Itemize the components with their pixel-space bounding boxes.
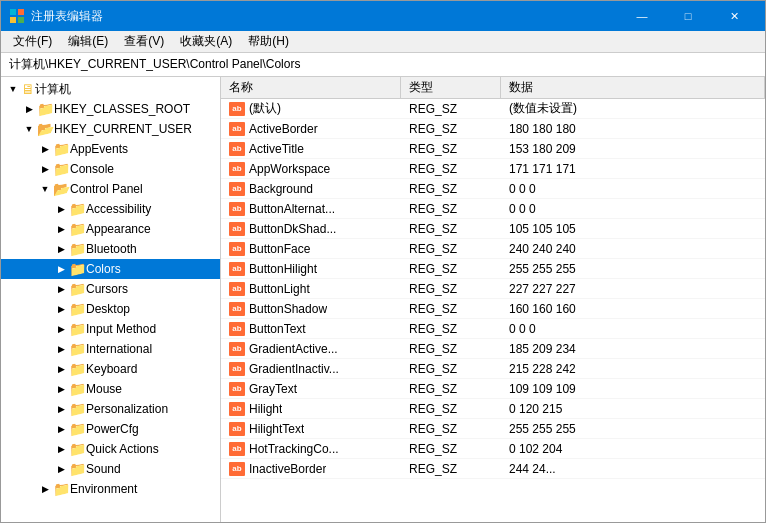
folder-icon-personalization: 📁	[69, 401, 86, 417]
cell-name-text: GradientActive...	[249, 342, 338, 356]
table-row[interactable]: abButtonTextREG_SZ0 0 0	[221, 319, 765, 339]
col-header-type[interactable]: 类型	[401, 77, 501, 98]
expand-mouse[interactable]: ▶	[53, 381, 69, 397]
table-row[interactable]: abHilightTextREG_SZ255 255 255	[221, 419, 765, 439]
table-row[interactable]: abInactiveBorderREG_SZ244 24...	[221, 459, 765, 479]
cell-data: 185 209 234	[501, 342, 765, 356]
expand-powercfg[interactable]: ▶	[53, 421, 69, 437]
cell-data: 0 120 215	[501, 402, 765, 416]
table-row[interactable]: abActiveTitleREG_SZ153 180 209	[221, 139, 765, 159]
expand-sound[interactable]: ▶	[53, 461, 69, 477]
table-row[interactable]: abButtonDkShad...REG_SZ105 105 105	[221, 219, 765, 239]
menu-edit[interactable]: 编辑(E)	[60, 31, 116, 52]
expand-appearance[interactable]: ▶	[53, 221, 69, 237]
cell-type: REG_SZ	[401, 122, 501, 136]
tree-item-powercfg[interactable]: ▶ 📁 PowerCfg	[1, 419, 220, 439]
tree-item-keyboard[interactable]: ▶ 📁 Keyboard	[1, 359, 220, 379]
tree-item-mouse[interactable]: ▶ 📁 Mouse	[1, 379, 220, 399]
tree-item-hkey-current-user[interactable]: ▼ 📂 HKEY_CURRENT_USER	[1, 119, 220, 139]
table-row[interactable]: abButtonHilightREG_SZ255 255 255	[221, 259, 765, 279]
expand-keyboard[interactable]: ▶	[53, 361, 69, 377]
expand-console[interactable]: ▶	[37, 161, 53, 177]
expand-desktop[interactable]: ▶	[53, 301, 69, 317]
table-row[interactable]: abButtonAlternat...REG_SZ0 0 0	[221, 199, 765, 219]
close-button[interactable]: ✕	[711, 1, 757, 31]
reg-icon: ab	[229, 242, 245, 256]
title-bar: 注册表编辑器 — □ ✕	[1, 1, 765, 31]
tree-item-environment[interactable]: ▶ 📁 Environment	[1, 479, 220, 499]
svg-rect-2	[10, 17, 16, 23]
cell-name-text: HotTrackingCo...	[249, 442, 339, 456]
tree-item-computer[interactable]: ▼ 🖥 计算机	[1, 79, 220, 99]
cell-data: 244 24...	[501, 462, 765, 476]
tree-item-desktop[interactable]: ▶ 📁 Desktop	[1, 299, 220, 319]
table-row[interactable]: abHilightREG_SZ0 120 215	[221, 399, 765, 419]
tree-item-accessibility[interactable]: ▶ 📁 Accessibility	[1, 199, 220, 219]
maximize-button[interactable]: □	[665, 1, 711, 31]
table-row[interactable]: abHotTrackingCo...REG_SZ0 102 204	[221, 439, 765, 459]
tree-item-cursors[interactable]: ▶ 📁 Cursors	[1, 279, 220, 299]
minimize-button[interactable]: —	[619, 1, 665, 31]
tree-item-bluetooth[interactable]: ▶ 📁 Bluetooth	[1, 239, 220, 259]
tree-item-hkey-classes-root[interactable]: ▶ 📁 HKEY_CLASSES_ROOT	[1, 99, 220, 119]
table-row[interactable]: abButtonShadowREG_SZ160 160 160	[221, 299, 765, 319]
expand-colors[interactable]: ▶	[53, 261, 69, 277]
table-row[interactable]: abAppWorkspaceREG_SZ171 171 171	[221, 159, 765, 179]
menu-view[interactable]: 查看(V)	[116, 31, 172, 52]
table-row[interactable]: abButtonFaceREG_SZ240 240 240	[221, 239, 765, 259]
reg-icon: ab	[229, 382, 245, 396]
tree-item-console[interactable]: ▶ 📁 Console	[1, 159, 220, 179]
tree-item-input-method[interactable]: ▶ 📁 Input Method	[1, 319, 220, 339]
registry-editor-window: 注册表编辑器 — □ ✕ 文件(F) 编辑(E) 查看(V) 收藏夹(A) 帮助…	[0, 0, 766, 523]
expand-environment[interactable]: ▶	[37, 481, 53, 497]
tree-item-control-panel[interactable]: ▼ 📂 Control Panel	[1, 179, 220, 199]
expand-cursors[interactable]: ▶	[53, 281, 69, 297]
menu-favorites[interactable]: 收藏夹(A)	[172, 31, 240, 52]
expand-quick-actions[interactable]: ▶	[53, 441, 69, 457]
reg-icon: ab	[229, 302, 245, 316]
expand-computer[interactable]: ▼	[5, 81, 21, 97]
tree-label-sound: Sound	[86, 462, 121, 476]
col-header-name[interactable]: 名称	[221, 77, 401, 98]
tree-label-personalization: Personalization	[86, 402, 168, 416]
cell-type: REG_SZ	[401, 342, 501, 356]
table-row[interactable]: abGradientInactiv...REG_SZ215 228 242	[221, 359, 765, 379]
tree-item-appearance[interactable]: ▶ 📁 Appearance	[1, 219, 220, 239]
tree-item-appevents[interactable]: ▶ 📁 AppEvents	[1, 139, 220, 159]
cell-name-text: GrayText	[249, 382, 297, 396]
table-row[interactable]: abGradientActive...REG_SZ185 209 234	[221, 339, 765, 359]
table-row[interactable]: abButtonLightREG_SZ227 227 227	[221, 279, 765, 299]
data-list[interactable]: ab(默认)REG_SZ(数值未设置)abActiveBorderREG_SZ1…	[221, 99, 765, 522]
tree-panel[interactable]: ▼ 🖥 计算机 ▶ 📁 HKEY_CLASSES_ROOT ▼ 📂 HKEY_C…	[1, 77, 221, 522]
table-row[interactable]: ab(默认)REG_SZ(数值未设置)	[221, 99, 765, 119]
cell-name-text: ButtonAlternat...	[249, 202, 335, 216]
table-row[interactable]: abGrayTextREG_SZ109 109 109	[221, 379, 765, 399]
tree-item-colors[interactable]: ▶ 📁 Colors	[1, 259, 220, 279]
window-title: 注册表编辑器	[31, 8, 619, 25]
tree-label-input-method: Input Method	[86, 322, 156, 336]
reg-icon: ab	[229, 202, 245, 216]
expand-bluetooth[interactable]: ▶	[53, 241, 69, 257]
cell-type: REG_SZ	[401, 202, 501, 216]
expand-control-panel[interactable]: ▼	[37, 181, 53, 197]
expand-appevents[interactable]: ▶	[37, 141, 53, 157]
tree-item-sound[interactable]: ▶ 📁 Sound	[1, 459, 220, 479]
tree-item-personalization[interactable]: ▶ 📁 Personalization	[1, 399, 220, 419]
cell-name-text: InactiveBorder	[249, 462, 326, 476]
expand-accessibility[interactable]: ▶	[53, 201, 69, 217]
tree-item-international[interactable]: ▶ 📁 International	[1, 339, 220, 359]
menu-help[interactable]: 帮助(H)	[240, 31, 297, 52]
expand-international[interactable]: ▶	[53, 341, 69, 357]
expand-hkcr[interactable]: ▶	[21, 101, 37, 117]
expand-personalization[interactable]: ▶	[53, 401, 69, 417]
reg-icon: ab	[229, 462, 245, 476]
table-row[interactable]: abActiveBorderREG_SZ180 180 180	[221, 119, 765, 139]
expand-hkcu[interactable]: ▼	[21, 121, 37, 137]
col-header-data[interactable]: 数据	[501, 77, 765, 98]
tree-item-quick-actions[interactable]: ▶ 📁 Quick Actions	[1, 439, 220, 459]
reg-icon: ab	[229, 102, 245, 116]
table-row[interactable]: abBackgroundREG_SZ0 0 0	[221, 179, 765, 199]
tree-label-hkcr: HKEY_CLASSES_ROOT	[54, 102, 190, 116]
expand-input-method[interactable]: ▶	[53, 321, 69, 337]
menu-file[interactable]: 文件(F)	[5, 31, 60, 52]
